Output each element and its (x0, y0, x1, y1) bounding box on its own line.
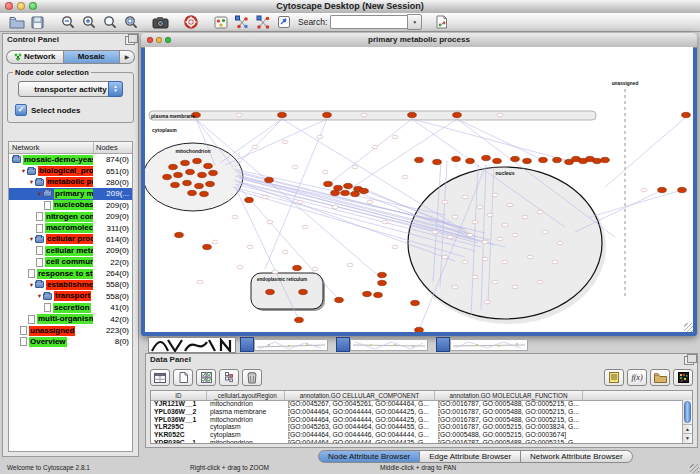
background-window-preview-3[interactable] (450, 339, 528, 351)
graph-node[interactable] (181, 160, 190, 165)
graph-node[interactable] (299, 289, 308, 294)
tree-column-network[interactable]: Network (9, 142, 94, 153)
tree-row[interactable]: multi-organism pro42(0) (9, 313, 132, 324)
select-all-attributes-button[interactable] (150, 369, 170, 386)
table-row[interactable]: YDR039C__1mitochondrion[GO:0044464, GO:0… (151, 439, 682, 444)
help-button[interactable] (180, 14, 201, 31)
graph-node[interactable] (282, 140, 288, 144)
graph-node[interactable] (351, 191, 360, 196)
graph-node[interactable] (367, 200, 373, 204)
table-row[interactable]: YPL036W__2plasma membrane[GO:0044464, GO… (151, 408, 682, 416)
background-window-preview-1[interactable] (254, 339, 328, 351)
table-column-header[interactable]: _cellularLayoutRegion (207, 391, 285, 400)
unselect-attributes-button[interactable] (219, 369, 239, 386)
network-canvas[interactable]: plasma membrane cytoplasm mitochondrion … (145, 47, 693, 332)
graph-node[interactable] (466, 158, 475, 163)
tree-expand-arrow[interactable]: ▼ (20, 168, 27, 174)
table-row[interactable]: YPL036W__1mitochondrion[GO:0044464, GO:0… (151, 416, 682, 424)
background-window-edge-2[interactable] (336, 337, 350, 352)
graph-node[interactable] (378, 280, 387, 285)
graph-node[interactable] (487, 213, 493, 217)
tree-row[interactable]: ▼cellular process614(0) (9, 234, 132, 245)
tab-mosaic[interactable]: Mosaic (63, 50, 121, 64)
tree-row[interactable]: Overview8(0) (9, 336, 132, 347)
graph-node[interactable] (203, 244, 212, 249)
graph-node[interactable] (472, 275, 478, 279)
graph-node[interactable] (232, 215, 238, 219)
graph-node[interactable] (512, 233, 518, 237)
graph-node[interactable] (442, 255, 448, 259)
graph-node[interactable] (593, 158, 602, 163)
scrollbar-thumb[interactable] (684, 401, 691, 423)
delete-attribute-button[interactable] (242, 369, 262, 386)
graph-node[interactable] (492, 193, 498, 197)
tree-expand-arrow[interactable]: ▼ (28, 179, 35, 185)
graph-node[interactable] (317, 135, 323, 139)
graph-node[interactable] (482, 155, 491, 160)
graph-node[interactable] (601, 157, 610, 162)
graph-node[interactable] (492, 280, 498, 284)
graph-node[interactable] (511, 156, 520, 161)
tree-row[interactable]: ▼biological_process651(0) (9, 165, 132, 176)
graph-node[interactable] (453, 112, 462, 117)
graph-node[interactable] (188, 190, 197, 195)
graph-node[interactable] (324, 181, 333, 186)
tree-row[interactable]: response to stimul264(0) (9, 268, 132, 279)
graph-node[interactable] (332, 205, 338, 209)
graph-node[interactable] (678, 187, 687, 192)
graph-node[interactable] (204, 163, 213, 168)
graph-node[interactable] (363, 291, 372, 296)
graph-node[interactable] (493, 158, 502, 163)
annotation-button[interactable] (273, 14, 294, 31)
graph-node[interactable] (272, 270, 278, 274)
graph-node[interactable] (193, 158, 202, 163)
tab-network-attribute-browser[interactable]: Network Attribute Browser (521, 450, 632, 463)
graph-node[interactable] (641, 188, 647, 192)
graph-node[interactable] (169, 164, 178, 169)
function-builder-button[interactable]: f(x) (627, 369, 647, 386)
graph-node[interactable] (282, 250, 288, 254)
graph-node[interactable] (175, 232, 184, 237)
graph-node[interactable] (477, 205, 483, 209)
graph-node[interactable] (252, 145, 258, 149)
new-attribute-button[interactable] (173, 369, 193, 386)
table-column-header[interactable]: annotation.GO CELLULAR_COMPONENT (285, 391, 435, 400)
tree-expand-arrow[interactable]: ▼ (28, 282, 35, 288)
graph-node[interactable] (452, 156, 461, 161)
graph-node[interactable] (502, 260, 508, 264)
graph-node[interactable] (482, 257, 488, 261)
graph-node[interactable] (267, 220, 273, 224)
float-data-panel-icon[interactable] (684, 356, 694, 365)
graph-node[interactable] (341, 190, 350, 195)
tab-overflow-arrow[interactable]: ▶ (120, 50, 135, 64)
graph-node[interactable] (382, 220, 388, 224)
graph-node[interactable] (302, 225, 308, 229)
tab-network[interactable]: Network (6, 50, 63, 64)
graph-node[interactable] (195, 183, 204, 188)
graph-node[interactable] (442, 200, 448, 204)
graph-node[interactable] (198, 172, 207, 177)
graph-node[interactable] (312, 267, 318, 271)
graph-node[interactable] (411, 300, 420, 305)
graph-node[interactable] (183, 180, 192, 185)
graph-node[interactable] (200, 191, 209, 196)
graph-node[interactable] (372, 145, 378, 149)
tree-row[interactable]: nitrogen compo209(0) (9, 211, 132, 222)
graph-node[interactable] (522, 215, 528, 219)
search-field[interactable] (330, 15, 407, 29)
graph-node[interactable] (374, 292, 383, 297)
graph-node[interactable] (334, 185, 343, 190)
graph-node[interactable] (557, 241, 563, 245)
graph-node[interactable] (512, 285, 518, 289)
export-image-button[interactable] (150, 14, 171, 31)
graph-node[interactable] (236, 113, 242, 117)
tree-row[interactable]: nucleobase-209(0) (9, 200, 132, 211)
graph-node[interactable] (245, 197, 254, 202)
tree-expand-arrow[interactable]: ▼ (36, 191, 43, 197)
graph-node[interactable] (462, 195, 468, 199)
graph-node[interactable] (322, 170, 328, 174)
graph-node[interactable] (293, 265, 302, 270)
table-scrollbar[interactable]: ▲ ▼ (682, 400, 692, 443)
graph-node[interactable] (197, 280, 203, 284)
select-nodes-row[interactable]: ✓ Select nodes (15, 104, 126, 116)
